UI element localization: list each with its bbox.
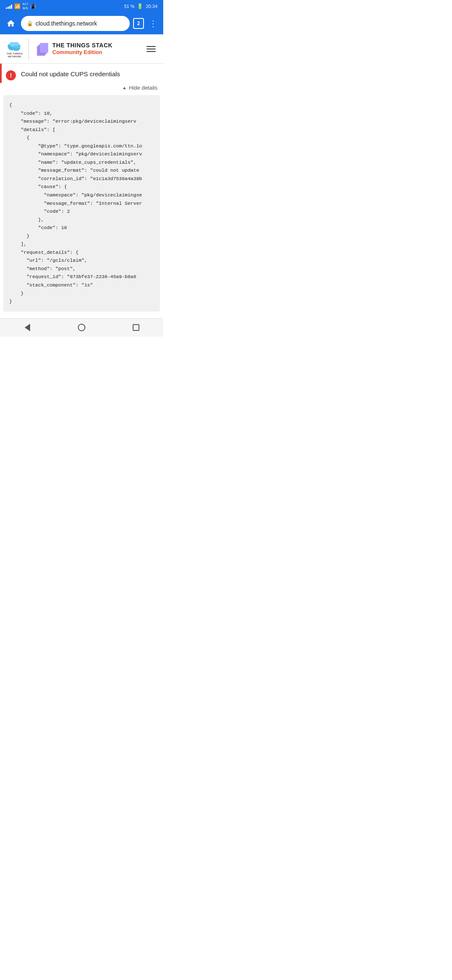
tts-subtitle: Community Edition	[52, 49, 113, 55]
stack-pages-icon	[34, 41, 49, 57]
signal-icon	[6, 4, 12, 9]
lock-icon: 🔒	[27, 21, 33, 26]
browser-menu-button[interactable]: ⋮	[147, 18, 159, 28]
error-notification: ! Could not update CUPS credentials	[0, 64, 163, 83]
tts-logo-row: THE THINGS STACK Community Edition	[34, 41, 145, 57]
wifi-icon: 📶	[14, 3, 21, 9]
svg-point-6	[13, 42, 19, 46]
hide-details-button[interactable]: ▲ Hide details	[122, 85, 157, 91]
tts-title: THE THINGS STACK	[52, 42, 113, 49]
clock: 20:34	[146, 4, 157, 9]
browser-chrome: 🔒 cloud.thethings.network 2 ⋮	[0, 13, 163, 34]
tts-text: THE THINGS STACK Community Edition	[52, 42, 113, 55]
battery-icon: 🔋	[137, 3, 143, 9]
tab-count[interactable]: 2	[133, 18, 144, 29]
header-divider	[28, 39, 29, 59]
status-left: 📶 817 B/S 📳	[6, 2, 36, 10]
error-code-block: { "code": 10, "message": "error:pkg/devi…	[3, 95, 160, 312]
hamburger-menu[interactable]	[145, 44, 157, 54]
status-right: 51 % 🔋 20:34	[124, 3, 157, 9]
error-message: Could not update CUPS credentials	[21, 70, 157, 79]
url-bar[interactable]: 🔒 cloud.thethings.network	[21, 16, 130, 31]
chevron-up-icon: ▲	[122, 85, 126, 90]
recent-icon	[133, 324, 139, 331]
bottom-nav	[0, 318, 163, 337]
battery-level: 51 %	[124, 4, 134, 9]
home-button[interactable]	[73, 321, 90, 334]
error-icon: !	[6, 70, 16, 80]
data-speed: 817 B/S	[23, 2, 28, 10]
back-button[interactable]	[19, 321, 36, 334]
error-json: { "code": 10, "message": "error:pkg/devi…	[9, 101, 154, 306]
back-icon	[25, 324, 30, 331]
svg-rect-9	[40, 43, 48, 52]
vibrate-icon: 📳	[30, 4, 36, 9]
tts-brand: THE THINGS STACK Community Edition	[34, 41, 145, 57]
status-bar: 📶 817 B/S 📳 51 % 🔋 20:34	[0, 0, 163, 13]
home-icon	[78, 324, 85, 331]
browser-home-button[interactable]	[4, 17, 18, 30]
ttn-cloud-svg	[6, 40, 23, 52]
url-text: cloud.thethings.network	[36, 20, 97, 27]
hide-details-label: Hide details	[129, 85, 157, 91]
site-header: THE THINGS NETWORK THE THINGS STACK Comm…	[0, 34, 163, 64]
recent-button[interactable]	[128, 321, 144, 334]
ttn-logo: THE THINGS NETWORK	[6, 40, 23, 58]
hide-details-row: ▲ Hide details	[0, 83, 163, 95]
ttn-label: THE THINGS NETWORK	[7, 52, 23, 58]
